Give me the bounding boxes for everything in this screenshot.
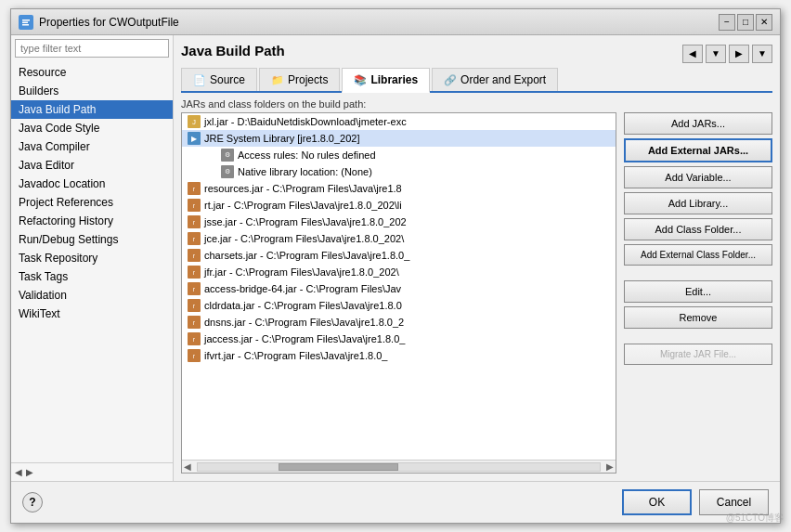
sidebar-prev-arrow[interactable]: ◀ [15, 467, 22, 477]
jar-item-charsets-text: charsets.jar - C:\Program Files\Java\jre… [204, 250, 409, 261]
tab-order-export-label: Order and Export [460, 73, 546, 86]
horizontal-scrollbar[interactable]: ◀ ▶ [182, 460, 616, 473]
migrate-jar-button[interactable]: Migrate JAR File... [624, 344, 772, 365]
projects-tab-icon: 📁 [271, 74, 284, 86]
jar-item-access-bridge-text: access-bridge-64.jar - C:\Program Files\… [204, 283, 401, 294]
add-external-jars-button[interactable]: Add External JARs... [624, 138, 772, 162]
forward-button[interactable]: ▶ [729, 45, 749, 63]
scroll-left-arrow[interactable]: ◀ [182, 461, 193, 472]
libraries-tab-icon: 📚 [354, 74, 367, 86]
jar-item-jfr[interactable]: r jfr.jar - C:\Program Files\Java\jre1.8… [182, 264, 616, 280]
svg-rect-2 [22, 21, 28, 23]
forward-dropdown-button[interactable]: ▼ [752, 45, 772, 63]
sidebar-item-java-code-style[interactable]: Java Code Style [11, 119, 173, 137]
sidebar-item-java-build-path[interactable]: Java Build Path [11, 100, 173, 119]
jar-list[interactable]: J jxl.jar - D:\BaiduNetdiskDownload\jmet… [182, 113, 616, 460]
scroll-right-arrow[interactable]: ▶ [604, 461, 616, 472]
title-bar: Properties for CWOutputFile − □ ✕ [11, 9, 780, 35]
jar-icon-charsets: r [188, 249, 201, 262]
jar-item-jce[interactable]: r jce.jar - C:\Program Files\Java\jre1.8… [182, 230, 616, 247]
tab-order-export[interactable]: 🔗 Order and Export [432, 68, 558, 91]
sidebar-item-java-editor[interactable]: Java Editor [11, 156, 173, 175]
sidebar-item-project-references[interactable]: Project References [11, 193, 173, 212]
sidebar-item-refactoring-history[interactable]: Refactoring History [11, 212, 173, 230]
nav-toolbar: ◀ ▼ ▶ ▼ [682, 45, 772, 63]
tab-source[interactable]: 📄 Source [181, 68, 257, 91]
jar-icon-native-lib: ⚙ [221, 165, 234, 178]
sidebar-list: Resource Builders Java Build Path Java C… [11, 61, 173, 462]
back-button[interactable]: ◀ [682, 45, 703, 63]
jar-icon-jxl: J [188, 115, 201, 128]
sidebar-next-arrow[interactable]: ▶ [26, 467, 33, 477]
sidebar-item-resource[interactable]: Resource [11, 63, 173, 82]
sidebar-item-wikitext[interactable]: WikiText [11, 305, 173, 323]
jar-item-dnsns[interactable]: r dnsns.jar - C:\Program Files\Java\jre1… [182, 314, 616, 331]
jar-item-jxl-text: jxl.jar - D:\BaiduNetdiskDownload\jmeter… [204, 116, 407, 127]
jar-item-cldrdata-text: cldrdata.jar - C:\Program Files\Java\jre… [204, 300, 402, 311]
sidebar-item-builders[interactable]: Builders [11, 82, 173, 100]
jar-item-access-rules[interactable]: ⚙ Access rules: No rules defined [182, 147, 616, 163]
jar-item-resources[interactable]: r resources.jar - C:\Program Files\Java\… [182, 180, 616, 197]
add-jars-button[interactable]: Add JARs... [624, 112, 772, 135]
scrollbar-track[interactable] [197, 462, 601, 472]
sidebar-item-java-compiler[interactable]: Java Compiler [11, 137, 173, 156]
jar-item-ifvrt[interactable]: r ifvrt.jar - C:\Program Files\Java\jre1… [182, 347, 616, 364]
jar-item-jsse-text: jsse.jar - C:\Program Files\Java\jre1.8.… [204, 216, 407, 227]
watermark: @51CTO博客 [726, 512, 784, 525]
maximize-button[interactable]: □ [737, 14, 754, 31]
jar-item-jre[interactable]: ▶ JRE System Library [jre1.8.0_202] [182, 130, 616, 147]
jar-item-jaccess[interactable]: r jaccess.jar - C:\Program Files\Java\jr… [182, 331, 616, 347]
jar-item-access-bridge[interactable]: r access-bridge-64.jar - C:\Program File… [182, 280, 616, 297]
title-bar-left: Properties for CWOutputFile [19, 15, 179, 30]
jar-item-jre-text: JRE System Library [jre1.8.0_202] [204, 133, 360, 144]
jar-item-jaccess-text: jaccess.jar - C:\Program Files\Java\jre1… [204, 333, 405, 344]
ok-button[interactable]: OK [622, 489, 692, 515]
jar-item-dnsns-text: dnsns.jar - C:\Program Files\Java\jre1.8… [204, 317, 404, 328]
add-library-button[interactable]: Add Library... [624, 192, 772, 214]
jar-item-jxl[interactable]: J jxl.jar - D:\BaiduNetdiskDownload\jmet… [182, 113, 616, 130]
jar-item-rt[interactable]: r rt.jar - C:\Program Files\Java\jre1.8.… [182, 197, 616, 214]
jar-item-native-lib[interactable]: ⚙ Native library location: (None) [182, 163, 616, 180]
tab-libraries[interactable]: 📚 Libraries [342, 68, 430, 93]
remove-button[interactable]: Remove [624, 306, 772, 329]
add-class-folder-button[interactable]: Add Class Folder... [624, 218, 772, 240]
scrollbar-thumb[interactable] [279, 463, 399, 471]
filter-input[interactable] [15, 39, 169, 58]
back-dropdown-button[interactable]: ▼ [706, 45, 726, 63]
jar-item-charsets[interactable]: r charsets.jar - C:\Program Files\Java\j… [182, 247, 616, 264]
main-title: Java Build Path [181, 43, 285, 58]
minimize-button[interactable]: − [719, 14, 735, 31]
jar-item-jce-text: jce.jar - C:\Program Files\Java\jre1.8.0… [204, 233, 404, 244]
jar-icon-access-rules: ⚙ [221, 149, 234, 162]
sidebar-item-validation[interactable]: Validation [11, 286, 173, 305]
sidebar-item-task-tags[interactable]: Task Tags [11, 267, 173, 286]
tab-projects-label: Projects [288, 73, 328, 86]
bottom-bar: ? OK Cancel [11, 481, 780, 523]
tab-libraries-label: Libraries [370, 73, 418, 86]
sidebar-item-task-repository[interactable]: Task Repository [11, 249, 173, 267]
tabs-container: 📄 Source 📁 Projects 📚 Libraries 🔗 Order … [181, 68, 772, 93]
order-export-tab-icon: 🔗 [444, 74, 457, 86]
help-button[interactable]: ? [22, 492, 43, 513]
dialog-title: Properties for CWOutputFile [39, 16, 179, 29]
add-external-class-folder-button[interactable]: Add External Class Folder... [624, 244, 772, 266]
jar-item-native-lib-text: Native library location: (None) [238, 166, 372, 177]
add-variable-button[interactable]: Add Variable... [624, 166, 772, 188]
close-button[interactable]: ✕ [756, 14, 772, 31]
sidebar-item-javadoc-location[interactable]: Javadoc Location [11, 175, 173, 193]
jar-item-jsse[interactable]: r jsse.jar - C:\Program Files\Java\jre1.… [182, 214, 616, 230]
main-content: Java Build Path ◀ ▼ ▶ ▼ 📄 Source 📁 Proje… [174, 35, 780, 481]
jar-icon-dnsns: r [188, 316, 201, 329]
button-spacer [624, 269, 772, 277]
sidebar-bottom: ◀ ▶ [11, 462, 173, 481]
tab-source-label: Source [210, 73, 245, 86]
sidebar-item-run-debug-settings[interactable]: Run/Debug Settings [11, 230, 173, 249]
tab-projects[interactable]: 📁 Projects [259, 68, 340, 91]
svg-rect-3 [22, 24, 29, 26]
content-area: J jxl.jar - D:\BaiduNetdiskDownload\jmet… [181, 112, 772, 474]
jar-item-cldrdata[interactable]: r cldrdata.jar - C:\Program Files\Java\j… [182, 297, 616, 314]
jar-list-container: J jxl.jar - D:\BaiduNetdiskDownload\jmet… [181, 112, 616, 474]
jar-icon-cldrdata: r [188, 299, 201, 312]
edit-button[interactable]: Edit... [624, 280, 772, 303]
jar-icon-ifvrt: r [188, 349, 201, 362]
